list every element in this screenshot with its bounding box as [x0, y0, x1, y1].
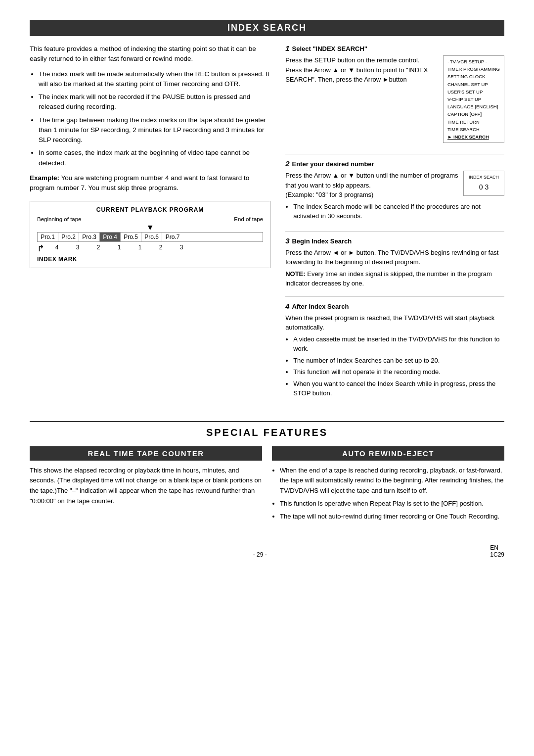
index-search-bullets: The index mark will be made automaticall…	[30, 69, 270, 168]
prog-2: Pro.2	[58, 233, 79, 241]
step-4-block: 4 After Index Search When the preset pro…	[285, 296, 504, 398]
num-3: 3	[67, 244, 88, 251]
step-3-block: 3 Begin Index Search Press the Arrow ◄ o…	[285, 231, 504, 288]
are-bullets: When the end of a tape is reached during…	[272, 466, 504, 522]
menu-index-search: ► INDEX SEARCH	[447, 133, 500, 141]
model-label: 1C29	[490, 551, 504, 558]
prog-1: Pro.1	[38, 233, 58, 241]
are-b3: The tape will not auto-rewind during tim…	[280, 512, 504, 522]
step-4-content: When the preset program is reached, the …	[285, 313, 504, 398]
num-2b: 2	[150, 244, 171, 251]
menu-vchip: V-CHIP SET UP	[447, 95, 500, 103]
bullet-1: The index mark will be made automaticall…	[39, 69, 270, 90]
num-1b: 1	[130, 244, 150, 251]
step-4-b3: This function will not operate in the re…	[293, 367, 504, 377]
real-time-tape-counter: REAL TIME TAPE COUNTER This shows the el…	[30, 446, 262, 524]
step-2-bullet-1: The Index Search mode will be canceled i…	[293, 202, 504, 221]
menu-caption: CAPTION [OFF]	[447, 110, 500, 118]
index-mark-label: INDEX MARK	[37, 256, 263, 263]
step-4-b2: The number of Index Searches can be set …	[293, 356, 504, 366]
sf-two-col: REAL TIME TAPE COUNTER This shows the el…	[30, 446, 504, 524]
beginning-label: Beginning of tape	[37, 216, 82, 222]
numbers-row: ↱ 4 3 2 1 1 2 3	[37, 244, 263, 254]
step-2-header: 2 Enter your desired number	[285, 159, 504, 168]
are-b1: When the end of a tape is reached during…	[280, 466, 504, 496]
bullet-3: The time gap between making the index ma…	[39, 115, 270, 145]
step-4-title: After Index Search	[292, 303, 349, 310]
diagram-box: CURRENT PLAYBACK PROGRAM Beginning of ta…	[30, 201, 270, 268]
menu-channel: CHANNEL SET UP	[447, 81, 500, 88]
prog-3: Pro.3	[79, 233, 100, 241]
special-features-section: SPECIAL FEATURES REAL TIME TAPE COUNTER …	[30, 421, 504, 524]
num-4: 4	[46, 244, 67, 251]
button-to-text: button to	[356, 66, 382, 74]
are-content: When the end of a tape is reached during…	[272, 466, 504, 522]
index-search-intro: This feature provides a method of indexi…	[30, 44, 270, 64]
step-3-note-text: Every time an index signal is skipped, t…	[285, 270, 492, 287]
index-search-section: INDEX SEARCH This feature provides a met…	[30, 20, 504, 406]
are-b2: This function is operative when Repeat P…	[280, 499, 504, 509]
bullet-4: In some cases, the index mark at the beg…	[39, 148, 270, 168]
step-3-main: Press the Arrow ◄ or ► button. The TV/DV…	[285, 248, 504, 267]
step-3-content: Press the Arrow ◄ or ► button. The TV/DV…	[285, 248, 504, 288]
example-label: Example:	[30, 174, 59, 182]
prog-5: Pro.5	[121, 233, 141, 241]
down-arrow-icon: ▼	[37, 223, 263, 232]
menu-time-return: TIME RETURN	[447, 118, 500, 126]
programs-row: Pro.1 Pro.2 Pro.3 Pro.4 Pro.5 Pro.6 Pro.…	[37, 232, 263, 242]
num-3b: 3	[171, 244, 192, 251]
step-4-b1: A video cassette must be inserted in the…	[293, 334, 504, 354]
index-search-title: INDEX SEARCH	[30, 20, 504, 36]
menu-tv-vcr: · TV·VCR SETUP ·	[447, 58, 500, 65]
step-3-title: Begin Index Search	[292, 237, 352, 245]
num-cells: 4 3 2 1 1 2 3	[46, 244, 192, 251]
prog-7: Pro.7	[162, 233, 183, 241]
rttc-content: This shows the elapsed recording or play…	[30, 466, 262, 507]
step-2-content: INDEX SEACH 0 3 Press the Arrow ▲ or ▼ b…	[285, 171, 504, 223]
step-4-line-1: When the preset program is reached, the …	[285, 313, 504, 332]
rttc-body: This shows the elapsed recording or play…	[30, 466, 262, 507]
step-1-title: Select "INDEX SEARCH"	[292, 45, 367, 52]
step-2-num: 2	[285, 159, 289, 168]
step-4-bullets: A video cassette must be inserted in the…	[285, 334, 504, 398]
index-search-right-col: 1 Select "INDEX SEARCH" · TV·VCR SETUP ·…	[285, 44, 504, 406]
prog-4: Pro.4	[100, 233, 121, 241]
mark-arrow-icon: ↱	[37, 243, 44, 254]
bullet-2: The index mark will not be recorded if t…	[39, 92, 270, 112]
index-display-box: INDEX SEACH 0 3	[463, 171, 504, 196]
tape-row: Beginning of tape End of tape	[37, 216, 263, 222]
menu-language: LANGUAGE [ENGLISH]	[447, 103, 500, 110]
footer-right: EN 1C29	[490, 544, 504, 558]
index-display-num: 0 3	[469, 182, 499, 192]
step-3-header: 3 Begin Index Search	[285, 236, 504, 245]
auto-rewind-eject: AUTO REWIND-EJECT When the end of a tape…	[272, 446, 504, 524]
step-4-b4: When you want to cancel the Index Search…	[293, 379, 504, 398]
index-search-left-col: This feature provides a method of indexi…	[30, 44, 270, 406]
index-display-title: INDEX SEACH	[469, 174, 499, 181]
step-4-num: 4	[285, 302, 289, 310]
are-title: AUTO REWIND-EJECT	[272, 446, 504, 461]
step-1-block: 1 Select "INDEX SEARCH" · TV·VCR SETUP ·…	[285, 44, 504, 146]
example-text: Example: You are watching program number…	[30, 173, 270, 193]
lang-label: EN	[490, 544, 498, 551]
end-label: End of tape	[234, 216, 263, 222]
example-body: You are watching program number 4 and wa…	[30, 174, 249, 191]
step-3-note: NOTE: Every time an index signal is skip…	[285, 269, 504, 288]
step-1-num: 1	[285, 44, 289, 52]
step-1-header: 1 Select "INDEX SEARCH"	[285, 44, 504, 52]
num-2: 2	[88, 244, 109, 251]
menu-time-search: TIME SEARCH	[447, 126, 500, 133]
step-2-block: 2 Enter your desired number INDEX SEACH …	[285, 154, 504, 223]
menu-users: USER'S SET UP	[447, 88, 500, 95]
page-footer: - 29 - EN 1C29	[30, 544, 504, 558]
step-4-header: 4 After Index Search	[285, 302, 504, 310]
step-2-bullets: The Index Search mode will be canceled i…	[285, 202, 504, 221]
special-features-title: SPECIAL FEATURES	[30, 427, 504, 438]
step-2-title: Enter your desired number	[292, 160, 374, 168]
rttc-title: REAL TIME TAPE COUNTER	[30, 446, 262, 461]
menu-clock: SETTING CLOCK	[447, 73, 500, 80]
menu-timer: TIMER PROGRAMMING	[447, 65, 500, 73]
num-1a: 1	[109, 244, 130, 251]
setup-menu-box: · TV·VCR SETUP · TIMER PROGRAMMING SETTI…	[443, 55, 504, 143]
diagram-title: CURRENT PLAYBACK PROGRAM	[37, 206, 263, 213]
